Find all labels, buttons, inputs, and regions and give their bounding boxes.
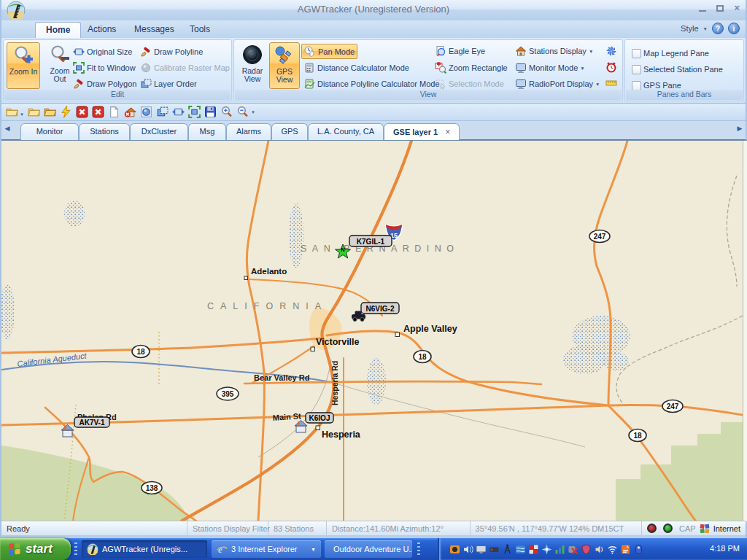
tray-wifi-icon[interactable] [607,544,618,555]
tray-camera-icon[interactable] [449,544,460,555]
selected-station-pane-checkbox[interactable]: Selected Station Pane [630,62,725,77]
tray-device-icon[interactable] [489,544,500,555]
tray-document-icon[interactable] [620,544,631,555]
minimize-button[interactable] [699,4,706,12]
checkbox-icon[interactable] [632,49,641,58]
status-ready: Ready [1,521,187,535]
calibrate-raster-map-button: Calibrate Raster Map [138,61,232,75]
remove-station-button[interactable] [123,105,138,120]
status-internet: Internet [713,524,740,533]
tray-speaker-icon[interactable] [594,544,605,555]
monitor-mode-dropdown-icon[interactable]: ▼ [580,66,584,71]
zoom-out-button-toolbar[interactable] [236,105,250,120]
connect-button[interactable] [59,105,74,120]
help-icon[interactable]: ? [712,23,724,34]
style-menu[interactable]: Style [681,24,698,33]
map-side-strip[interactable] [743,141,747,521]
doc-tab-alarms[interactable]: Alarms [226,123,271,140]
save-button[interactable] [204,105,218,120]
map-view[interactable]: SAN BERNARDINO CALIFORNIA Bear Valley Rd… [1,140,747,521]
tray-grid-icon[interactable] [528,544,539,555]
close-all-button[interactable] [91,105,106,120]
stations-display-button[interactable]: Stations Display▼ [513,44,595,58]
tray-antenna-icon[interactable] [502,544,513,555]
maximize-button[interactable] [716,5,724,12]
doc-tab-gps[interactable]: GPS [271,123,308,140]
zoom-in-button-toolbar[interactable] [220,105,234,120]
zoom-in-button[interactable]: Zoom In [7,42,40,89]
map-legend-pane-checkbox[interactable]: Map Legend Pane [630,46,711,61]
close-button[interactable]: × [734,3,740,13]
titlebar: AGWTracker (Unregistered Version) × [1,0,746,20]
tab-tools[interactable]: Tools [179,22,220,38]
radioport-display-button[interactable]: RadioPort Display▼ [513,77,602,91]
taskbar-item-firefox[interactable]: Outdoor Adventure U... [325,540,412,558]
new-document-button[interactable] [107,105,122,120]
distance-calculator-mode-button[interactable]: Distance Calculator Mode [301,61,411,75]
map-canvas[interactable]: SAN BERNARDINO CALIFORNIA Bear Valley Rd… [1,141,743,521]
toolbar-overflow-icon[interactable]: ▼ [251,110,255,114]
layer-order-button[interactable]: Layer Order [138,77,199,91]
tray-network-icon[interactable] [515,544,526,555]
alarm-button[interactable] [603,60,621,74]
eagle-eye-button[interactable]: Eagle Eye [433,44,487,58]
fit-to-window-button-toolbar[interactable] [187,105,202,120]
original-size-button-toolbar[interactable] [171,105,186,120]
open-layer-button[interactable] [43,105,58,120]
checkbox-icon[interactable] [632,65,641,74]
monitor-mode-button[interactable]: Monitor Mode▼ [513,61,587,75]
gps-view-button[interactable]: GPS View [269,42,300,89]
radioport-display-icon [515,78,527,90]
tab-home[interactable]: Home [35,22,81,38]
doc-tab-stations[interactable]: Stations [79,123,130,140]
style-dropdown-icon[interactable]: ▼ [703,26,708,31]
tray-volume-icon[interactable] [462,544,473,555]
draw-polyline-button[interactable]: Draw Polyline [138,44,205,59]
new-map-button[interactable] [4,105,19,120]
close-layer-button[interactable] [75,105,90,120]
stations-display-dropdown-icon[interactable]: ▼ [589,49,593,54]
tray-chart-icon[interactable] [554,544,565,555]
doc-tab-dxcluster[interactable]: DxCluster [130,123,188,140]
doc-tab-msg[interactable]: Msg [188,123,226,140]
open-map-button[interactable] [27,105,42,120]
ruler-button[interactable] [603,76,621,90]
group-label-panes: Panes and Bars [626,90,743,100]
draw-polygon-button[interactable]: Draw Polygon [71,77,139,91]
doc-tab-la-county[interactable]: L.A. County, CA [308,123,384,140]
distance-polyline-calculator-mode-button[interactable]: Distance Polyline Calculator Mode [301,77,442,91]
calibrate-button[interactable] [139,105,154,120]
taskbar-item-internet-explorer[interactable]: e 3 Internet Explorer ▼ [212,540,321,558]
original-size-button[interactable]: Original Size [71,44,134,59]
eagle-eye-pane-button[interactable] [603,44,621,58]
new-map-dropdown-icon[interactable]: ▼ [20,112,24,117]
taskbar-item-agwtracker[interactable]: AGWTracker (Unregis... [82,540,207,558]
doc-tab-gse-layer[interactable]: GSE layer 1× [384,123,460,140]
tray-sparkle-icon[interactable] [541,544,552,555]
tab-messages[interactable]: Messages [124,22,185,38]
tray-disabled-tool-icon[interactable] [568,544,578,555]
task-group-dropdown-icon[interactable]: ▼ [311,547,316,552]
tab-scroll-left-icon[interactable]: ◀ [2,125,12,132]
svg-text:18: 18 [418,353,427,361]
distance-calculator-icon [303,62,315,74]
checkbox-icon[interactable] [632,81,641,90]
tray-shield-icon[interactable] [581,544,592,555]
calibrate-orb-icon [140,106,152,118]
radioport-display-dropdown-icon[interactable]: ▼ [595,82,600,87]
fit-to-window-button[interactable]: Fit to Window [71,61,138,75]
tab-close-icon[interactable]: × [445,127,450,137]
about-icon[interactable]: i [728,23,740,34]
zoom-rectangle-button[interactable]: Zoom Rectangle [433,61,510,75]
tab-scroll-right-icon[interactable]: ▶ [735,125,745,132]
lightning-icon [60,106,72,118]
layer-order-button-toolbar[interactable] [155,105,170,120]
tray-display-icon[interactable] [476,544,487,555]
radar-view-button[interactable]: Radar View [237,42,268,89]
start-button[interactable]: start [0,538,71,560]
pan-mode-button[interactable]: Pan Mode [301,44,357,59]
window-title: AGWTracker (Unregistered Version) [1,4,746,15]
tab-actions[interactable]: Actions [77,22,126,38]
doc-tab-monitor[interactable]: Monitor [20,123,79,140]
tray-messenger-icon[interactable] [633,544,644,555]
